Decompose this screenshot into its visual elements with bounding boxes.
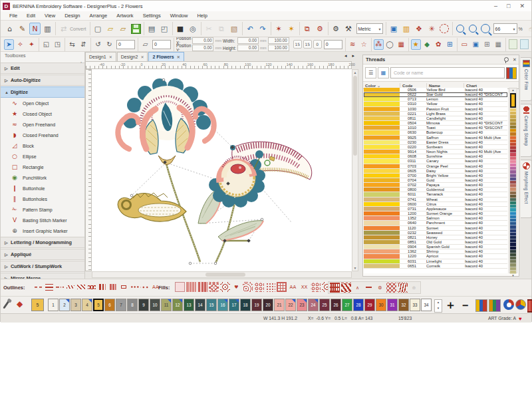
thread-row[interactable]: 0713LemonIsacord 40 (364, 97, 507, 102)
palette-swatch-10[interactable]: 10 (150, 299, 160, 311)
thread-row[interactable]: 1200Sunset OrangeIsacord 40 (364, 211, 507, 216)
thread-row[interactable]: 1010ToastIsacord 40 *DISCONT (364, 126, 507, 130)
toolbox-section-cutwork-stumpwork[interactable]: ▷CutWork / StumpWork (1, 261, 84, 272)
thread-row[interactable]: 1362ShrimpIsacord 40 (364, 249, 507, 254)
palette-swatch-4[interactable]: 4 (82, 299, 92, 311)
chain-fill-icon[interactable] (254, 282, 264, 292)
toolbox-item-buttonholes[interactable]: ∥Buttonholes (1, 194, 84, 204)
menu-file[interactable]: File (5, 11, 22, 21)
ring-pattern-fill-icon[interactable] (311, 282, 321, 292)
palette-swatch-7[interactable]: 7 (116, 299, 126, 311)
lettering-fill-icon[interactable]: AA (288, 282, 298, 292)
thread-row[interactable]: 0310YellowIsacord 40 (364, 102, 507, 106)
shapes-tool-icon[interactable]: ◆ (422, 39, 432, 50)
palette-swatch-30[interactable]: 30 (376, 299, 386, 311)
print-preview-icon[interactable]: ◰ (159, 23, 170, 35)
thread-row[interactable]: 9914Neon NightsIsacord 40 Multi (Ave (364, 150, 507, 154)
run-stitch-icon[interactable] (34, 283, 43, 291)
travel-dot-icon[interactable]: ◉ (531, 39, 531, 50)
send-to-hoop-icon[interactable]: ◎ (188, 23, 199, 35)
palette-swatch-26[interactable]: 26 (331, 299, 341, 311)
thread-row[interactable]: 0608SunshineIsacord 40 (364, 154, 507, 159)
add-color-button[interactable]: ＋ (445, 297, 456, 313)
triple-stitch-icon[interactable] (45, 283, 54, 291)
thread-row[interactable]: 0630ButtercupIsacord 40 (364, 130, 507, 135)
palette-swatch-17[interactable]: 17 (229, 299, 239, 311)
artwork-canvas-icon[interactable]: ✎ (17, 23, 28, 35)
toolbox-item-block[interactable]: ◿Block (1, 140, 84, 151)
menu-artwork[interactable]: Artwork (112, 11, 138, 21)
menu-design[interactable]: Design (60, 11, 84, 21)
toolbox-section-auto-digitize[interactable]: ▷Auto-Digitize (1, 74, 84, 86)
scale-value[interactable]: 100.00 (268, 45, 289, 51)
palette-swatch-14[interactable]: 14 (195, 299, 205, 311)
cycle-colors-icon[interactable] (515, 299, 526, 310)
menu-settings[interactable]: Settings (138, 11, 166, 21)
write-to-machine-icon[interactable]: ■ (175, 23, 186, 35)
chevron-effect-icon[interactable]: ∧ (352, 283, 362, 293)
maximize-button[interactable]: □ (507, 3, 510, 9)
design-canvas[interactable] (92, 69, 352, 271)
scale-down-icon[interactable]: ◱ (41, 39, 51, 50)
mesh-tool-icon[interactable]: ⊞ (445, 39, 455, 50)
embroidery-canvas-icon[interactable]: N (29, 23, 41, 35)
palette-swatch-23[interactable]: 23 (297, 299, 307, 311)
measurement-combo[interactable]: Metric▾ (356, 23, 383, 34)
paste-icon[interactable]: ▧ (229, 23, 240, 35)
rotate-cw-45-icon[interactable]: ↻ (104, 39, 114, 50)
tab-close-icon[interactable]: ✕ (109, 55, 112, 59)
palette-swatch-22[interactable]: 22 (285, 299, 296, 311)
open-design-icon[interactable]: ▱ (105, 23, 116, 35)
palette-swatch-2[interactable]: 2 (59, 299, 70, 311)
strip-up-icon[interactable]: ▲ (509, 88, 517, 92)
redo-icon[interactable]: ↷ (257, 23, 269, 35)
palette-swatch-16[interactable]: 16 (217, 299, 228, 311)
menu-window[interactable]: Window (166, 11, 193, 21)
raised-satin-icon[interactable] (108, 283, 118, 291)
toolbox-item-basting-stitch-marker[interactable]: VBasting Stitch Marker (1, 215, 84, 225)
scale-step-button[interactable]: 0 (313, 40, 322, 49)
thread-row[interactable]: 0741WheatIsacord 40 (364, 198, 507, 202)
mirror-y-icon[interactable]: ⇵ (78, 39, 88, 50)
thread-row[interactable]: 0640ParchmentIsacord 40 (364, 221, 507, 225)
template-toggle-icon[interactable]: ▣ (471, 39, 481, 50)
ripple-fill-icon[interactable] (243, 282, 253, 292)
toolbox-item-open-freehand[interactable]: ≈Open Freehand (1, 119, 84, 130)
fill-bucket-icon[interactable]: ◆ (17, 299, 23, 309)
dotted-circle-icon[interactable] (439, 23, 450, 35)
tab-design2[interactable]: Design2✕ (117, 52, 148, 61)
step-fill-icon[interactable] (175, 282, 185, 292)
work-area-green-icon[interactable] (508, 39, 518, 50)
frame-outline-icon[interactable] (119, 283, 128, 291)
zoom-combo[interactable]: 66▾ (493, 23, 517, 34)
tab-close-icon[interactable]: ✕ (140, 55, 144, 59)
pattern-dots-icon[interactable]: ▦ (396, 39, 406, 50)
thread-row[interactable]: 0230Easter DressIsacord 40 (364, 140, 507, 145)
closed-curve-icon[interactable]: ◯ (385, 39, 395, 50)
toolbox-section-lettering-monogramming[interactable]: ▷Lettering / Monogramming (1, 237, 84, 248)
chain-outline-icon[interactable] (130, 283, 139, 291)
select-object-icon[interactable]: ➤ (4, 39, 14, 50)
satin-column-icon[interactable] (98, 283, 107, 291)
toolbox-section-appliqu-[interactable]: ▷Appliqué (1, 249, 84, 260)
grid-toggle-icon[interactable]: ⊞ (482, 39, 492, 50)
thread-row[interactable]: 0800GoldenrodIsacord 40 (364, 188, 507, 192)
checker-effect-icon[interactable] (386, 283, 396, 293)
tab-design1[interactable]: Design1✕ (85, 52, 116, 61)
column-header-chart[interactable]: Chart (464, 83, 519, 88)
thread-row[interactable]: 0731ApplesauceIsacord 40 (364, 207, 507, 211)
thread-row[interactable]: 6011TamarackIsacord 40 (364, 192, 507, 197)
spool-icon[interactable] (527, 299, 532, 313)
zoom-box-icon[interactable] (467, 23, 479, 35)
size-value[interactable]: 0.00 (237, 37, 259, 44)
palette-swatch-19[interactable]: 19 (251, 299, 262, 311)
column-header-color[interactable]: Color ⌄ (363, 83, 400, 88)
star-tool-icon[interactable]: ★ (411, 39, 421, 50)
show-background-icon[interactable]: ▣ (388, 23, 400, 35)
quick-tools-icon[interactable]: ⚒ (343, 23, 354, 35)
thread-color-strip[interactable]: ▲▼ (509, 88, 517, 273)
polygon-select-icon[interactable]: ✧ (15, 39, 25, 50)
scale-step-button[interactable]: 15 (303, 40, 312, 49)
palette-swatch-25[interactable]: 25 (319, 299, 330, 311)
palette-swatch-28[interactable]: 28 (353, 299, 364, 311)
